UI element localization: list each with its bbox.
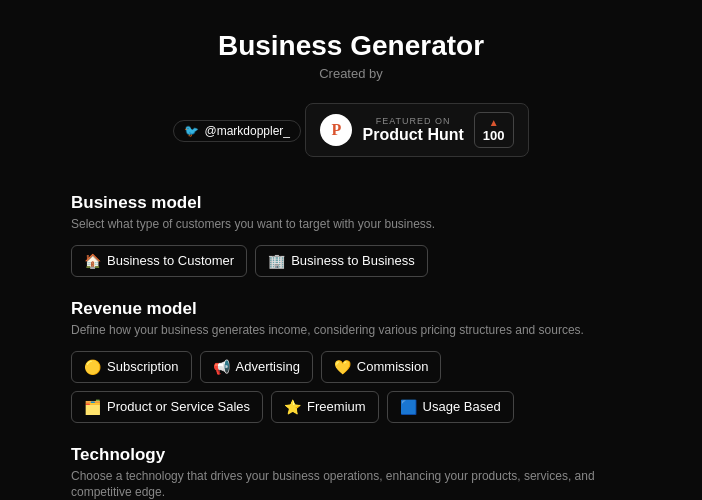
b2b-button[interactable]: 🏢 Business to Business [255,245,428,277]
technology-description: Choose a technology that drives your bus… [71,468,631,500]
advertising-button[interactable]: 📢 Advertising [200,351,313,383]
usage-based-label: Usage Based [423,399,501,414]
b2c-label: Business to Customer [107,253,234,268]
ph-count: 100 [483,128,505,143]
b2c-button[interactable]: 🏠 Business to Customer [71,245,247,277]
product-service-icon: 🗂️ [84,399,101,415]
product-service-button[interactable]: 🗂️ Product or Service Sales [71,391,263,423]
freemium-button[interactable]: ⭐ Freemium [271,391,379,423]
ph-logo: P [320,114,352,146]
freemium-label: Freemium [307,399,366,414]
usage-based-icon: 🟦 [400,399,417,415]
b2c-icon: 🏠 [84,253,101,269]
product-hunt-badge[interactable]: P FEATURED ON Product Hunt ▲ 100 [305,103,528,157]
business-model-description: Select what type of customers you want t… [71,216,631,233]
commission-icon: 💛 [334,359,351,375]
subscription-label: Subscription [107,359,179,374]
revenue-model-section: Revenue model Define how your business g… [71,299,631,423]
b2b-icon: 🏢 [268,253,285,269]
content-area: Business model Select what type of custo… [71,193,631,500]
b2b-label: Business to Business [291,253,415,268]
twitter-icon: 🐦 [184,124,199,138]
ph-arrow-icon: ▲ [489,117,499,128]
ph-name: Product Hunt [362,126,463,144]
twitter-handle: @markdoppler_ [204,124,290,138]
page-title: Business Generator [173,30,528,62]
commission-button[interactable]: 💛 Commission [321,351,442,383]
business-model-buttons: 🏠 Business to Customer 🏢 Business to Bus… [71,245,631,277]
ph-featured-label: FEATURED ON [362,116,463,126]
freemium-icon: ⭐ [284,399,301,415]
subscription-button[interactable]: 🟡 Subscription [71,351,192,383]
ph-upvote[interactable]: ▲ 100 [474,112,514,148]
commission-label: Commission [357,359,429,374]
twitter-badge[interactable]: 🐦 @markdoppler_ [173,120,301,142]
technology-section: Technology Choose a technology that driv… [71,445,631,500]
revenue-model-title: Revenue model [71,299,631,319]
advertising-icon: 📢 [213,359,230,375]
created-by-label: Created by [173,66,528,81]
usage-based-button[interactable]: 🟦 Usage Based [387,391,514,423]
ph-text-block: FEATURED ON Product Hunt [362,116,463,144]
subscription-icon: 🟡 [84,359,101,375]
advertising-label: Advertising [236,359,300,374]
revenue-model-description: Define how your business generates incom… [71,322,631,339]
business-model-section: Business model Select what type of custo… [71,193,631,277]
product-service-label: Product or Service Sales [107,399,250,414]
revenue-model-buttons: 🟡 Subscription 📢 Advertising 💛 Commissio… [71,351,631,423]
page-container: Business Generator Created by 🐦 @markdop… [0,0,702,500]
technology-title: Technology [71,445,631,465]
business-model-title: Business model [71,193,631,213]
header: Business Generator Created by 🐦 @markdop… [173,30,528,177]
